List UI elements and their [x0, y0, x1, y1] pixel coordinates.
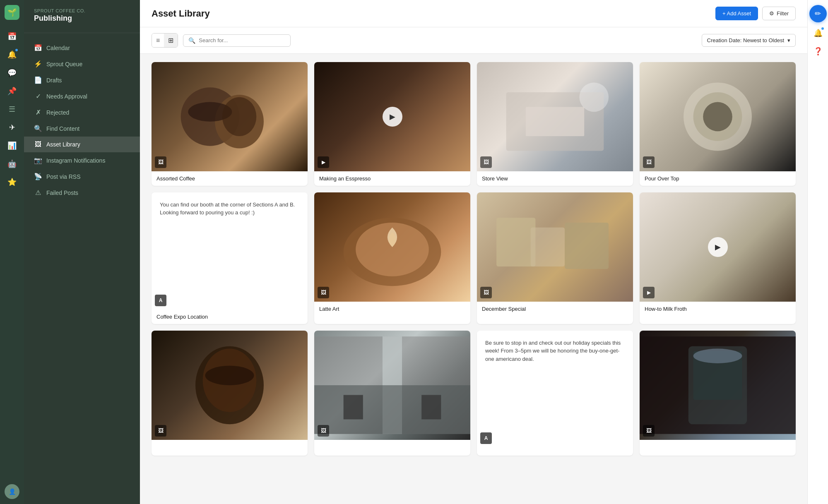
send-rail-icon[interactable]: ✈ — [4, 119, 20, 136]
asset-card[interactable]: 🖼 — [640, 331, 796, 456]
asset-card[interactable]: You can find our booth at the corner of … — [152, 192, 308, 324]
list-view-button[interactable]: ≡ — [152, 34, 164, 47]
asset-grid: 🖼 Assorted Coffee ▶ ▶ Making an Esspress… — [152, 62, 796, 456]
asset-card[interactable]: ▶ ▶ Making an Esspresso — [314, 62, 470, 186]
svg-point-9 — [703, 102, 732, 132]
filter-label: Filter — [777, 10, 789, 17]
sidebar: Sprout Coffee Co. Publishing 📅 Calendar … — [24, 0, 140, 504]
sidebar-item-sprout-queue[interactable]: ⚡ Sprout Queue — [24, 56, 140, 72]
image-type-icon: 🖼 — [643, 156, 655, 168]
asset-thumbnail — [640, 62, 796, 171]
sidebar-item-needs-approval[interactable]: ✓ Needs Approval — [24, 88, 140, 104]
help-icon-button[interactable]: ❓ — [811, 44, 826, 59]
drafts-icon: 📄 — [34, 76, 42, 84]
asset-thumbnail — [477, 192, 633, 302]
svg-rect-13 — [565, 223, 609, 269]
sidebar-label-rejected: Rejected — [46, 109, 69, 116]
text-type-icon: A — [480, 432, 492, 444]
sidebar-label-instagram: Instagram Notifications — [46, 157, 105, 164]
sidebar-label-approval: Needs Approval — [46, 93, 87, 100]
sidebar-item-rejected[interactable]: ✗ Rejected — [24, 104, 140, 120]
sidebar-item-asset-library[interactable]: 🖼 Asset Library — [24, 137, 140, 152]
asset-title: Making an Esspresso — [314, 171, 470, 186]
asset-card[interactable]: 🖼 Store View — [477, 62, 633, 186]
edit-fab-button[interactable]: ✏ — [809, 5, 827, 22]
instagram-icon: 📷 — [34, 156, 42, 164]
asset-thumbnail — [314, 331, 470, 440]
calendar-rail-icon[interactable]: 📅 — [4, 28, 20, 45]
notification-rail-icon[interactable]: 🔔 — [4, 46, 20, 63]
page-title: Asset Library — [152, 8, 210, 19]
list-rail-icon[interactable]: ☰ — [4, 101, 20, 118]
bell-icon-button[interactable]: 🔔 — [811, 26, 826, 41]
asset-card[interactable]: 🖼 — [152, 331, 308, 456]
asset-title — [152, 440, 308, 448]
approval-icon: ✓ — [34, 92, 42, 100]
sidebar-item-calendar[interactable]: 📅 Calendar — [24, 40, 140, 56]
grid-view-button[interactable]: ⊞ — [164, 34, 178, 47]
asset-title — [477, 447, 633, 456]
header-actions: + Add Asset ⚙ Filter — [715, 7, 796, 20]
image-type-icon: 🖼 — [480, 287, 492, 298]
find-icon: 🔍 — [34, 125, 42, 132]
library-icon: 🖼 — [34, 141, 42, 148]
sidebar-item-find-content[interactable]: 🔍 Find Content — [24, 120, 140, 137]
image-type-icon: 🖼 — [643, 425, 655, 437]
main-content: Asset Library + Add Asset ⚙ Filter ≡ ⊞ 🔍 — [140, 0, 807, 504]
star-rail-icon[interactable]: ⭐ — [4, 174, 20, 190]
sidebar-label-queue: Sprout Queue — [46, 61, 82, 67]
sidebar-item-rss[interactable]: 📡 Post via RSS — [24, 168, 140, 185]
chevron-down-icon: ▾ — [787, 37, 790, 43]
sidebar-label-find: Find Content — [46, 125, 79, 132]
asset-title: Latte Art — [314, 302, 470, 316]
asset-thumbnail — [477, 62, 633, 171]
asset-title: How-to Milk Froth — [640, 302, 796, 316]
search-input[interactable] — [199, 37, 285, 43]
chart-rail-icon[interactable]: 📊 — [4, 137, 20, 154]
asset-card[interactable]: Be sure to stop in and check out our hol… — [477, 331, 633, 456]
add-asset-button[interactable]: + Add Asset — [715, 7, 758, 20]
asset-title — [640, 440, 796, 448]
sidebar-label-failed: Failed Posts — [46, 190, 78, 196]
asset-card[interactable]: 🖼 — [314, 331, 470, 456]
svg-point-3 — [222, 97, 256, 136]
video-type-icon: ▶ — [643, 287, 655, 298]
image-type-icon: 🖼 — [318, 287, 329, 298]
icon-rail: 🌱 📅 🔔 💬 📌 ☰ ✈ 📊 🤖 ⭐ 👤 — [0, 0, 24, 504]
asset-card[interactable]: ▶ ▶ How-to Milk Froth — [640, 192, 796, 324]
sort-dropdown[interactable]: Creation Date: Newest to Oldest ▾ — [702, 34, 796, 47]
right-rail: ✏ 🔔 ❓ — [807, 0, 828, 504]
sidebar-nav: 📅 Calendar ⚡ Sprout Queue 📄 Drafts ✓ Nee… — [24, 33, 140, 207]
asset-card[interactable]: 🖼 December Special — [477, 192, 633, 324]
pin-rail-icon[interactable]: 📌 — [4, 83, 20, 99]
sort-label: Creation Date: Newest to Oldest — [707, 37, 784, 43]
sidebar-item-failed-posts[interactable]: ⚠ Failed Posts — [24, 185, 140, 201]
play-button: ▶ — [383, 107, 402, 127]
user-avatar[interactable]: 👤 — [5, 484, 19, 499]
brand-name: Publishing — [34, 14, 130, 23]
image-type-icon: 🖼 — [480, 156, 492, 168]
sidebar-item-drafts[interactable]: 📄 Drafts — [24, 72, 140, 88]
sidebar-label-drafts: Drafts — [46, 77, 62, 84]
asset-thumbnail — [640, 331, 796, 440]
asset-thumbnail — [152, 331, 308, 440]
asset-card[interactable]: 🖼 Pour Over Top — [640, 62, 796, 186]
asset-card[interactable]: 🖼 Assorted Coffee — [152, 62, 308, 186]
image-type-icon: 🖼 — [155, 156, 166, 168]
asset-title: Pour Over Top — [640, 171, 796, 186]
filter-button[interactable]: ⚙ Filter — [762, 7, 796, 20]
main-header: Asset Library + Add Asset ⚙ Filter — [140, 0, 807, 27]
bot-rail-icon[interactable]: 🤖 — [4, 156, 20, 172]
asset-card[interactable]: 🖼 Latte Art — [314, 192, 470, 324]
asset-thumbnail — [152, 62, 308, 171]
image-type-icon: 🖼 — [318, 425, 329, 437]
svg-rect-12 — [496, 218, 535, 266]
inbox-rail-icon[interactable]: 💬 — [4, 65, 20, 81]
failed-icon: ⚠ — [34, 189, 42, 197]
asset-title: Coffee Expo Location — [152, 310, 308, 324]
svg-rect-20 — [314, 385, 470, 434]
image-type-icon: 🖼 — [155, 425, 166, 437]
rail-bottom: 👤 — [5, 484, 19, 499]
sidebar-label-rss: Post via RSS — [46, 173, 80, 180]
sidebar-item-instagram[interactable]: 📷 Instagram Notifications — [24, 152, 140, 168]
